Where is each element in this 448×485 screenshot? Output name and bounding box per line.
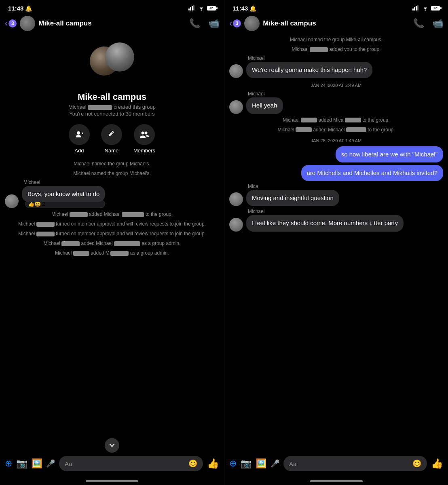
add-button[interactable]: Add bbox=[69, 124, 90, 154]
image-icon-left[interactable]: 🖼️ bbox=[31, 458, 42, 469]
members-button[interactable]: Members bbox=[133, 124, 155, 154]
msg-avatar-mica bbox=[229, 192, 243, 206]
members-text: You're not connected to 30 members bbox=[69, 111, 155, 117]
bubble-right-1: We're really gonna make this happen huh? bbox=[246, 62, 372, 78]
svg-point-5 bbox=[77, 131, 80, 135]
text-input-right[interactable]: Aa 😊 bbox=[283, 456, 427, 471]
timestamp-2: JAN 26, 2020 AT 1:49 AM bbox=[224, 135, 448, 145]
msg-avatar-michael-last bbox=[229, 218, 243, 232]
sys-right-1: Michael added Mica to the group. bbox=[224, 116, 448, 124]
plus-icon-left[interactable]: ⊕ bbox=[5, 458, 12, 469]
activity-2: Michael turned on member approval and wi… bbox=[0, 219, 224, 228]
signal-icon bbox=[188, 5, 196, 12]
thumb-icon-right[interactable]: 👍 bbox=[431, 458, 443, 469]
header-title-right: Mike-all campus bbox=[263, 19, 410, 27]
mic-icon-left[interactable]: 🎤 bbox=[46, 459, 55, 468]
image-icon-right[interactable]: 🖼️ bbox=[256, 458, 266, 469]
svg-rect-13 bbox=[416, 6, 417, 11]
message-row-right-1: Michael We're really gonna make this hap… bbox=[224, 55, 448, 79]
sender-name-1: Michael bbox=[22, 179, 105, 185]
bubble-mica: Moving and insightful question bbox=[246, 190, 339, 206]
activity-4: Michael added Michael as a group admin. bbox=[0, 239, 224, 248]
sys-top-1: Michael named the group Mike-all campus. bbox=[224, 35, 448, 44]
right-phone: 11:43 🔔 45 ‹ 3 Mike-all campus 📞 📹 bbox=[224, 0, 448, 485]
msg-avatar-right-1 bbox=[229, 64, 243, 78]
svg-point-15 bbox=[425, 10, 426, 11]
message-bubble-1: Boys, you know what to do bbox=[22, 186, 105, 202]
message-row-michael-last: Michael I feel like they should come. Mo… bbox=[224, 208, 448, 232]
back-button-left[interactable]: ‹ 3 bbox=[5, 18, 17, 29]
svg-rect-0 bbox=[188, 8, 190, 11]
sys-right-2: Michael added Michael to the group. bbox=[224, 125, 448, 134]
bell-slash-icon-right: 🔔 bbox=[249, 5, 256, 12]
camera-icon-left[interactable]: 📷 bbox=[16, 458, 27, 469]
plus-icon-right[interactable]: ⊕ bbox=[229, 458, 237, 469]
sent-bubble-1: so how liberal are we with "Michael" bbox=[336, 146, 443, 162]
group-avatar-2 bbox=[105, 42, 134, 72]
action-buttons: Add Name Members bbox=[69, 124, 155, 154]
message-row-right-2: Michael Hell yeah bbox=[224, 90, 448, 114]
timestamp-1: JAN 24, 2020 AT 2:49 AM bbox=[224, 80, 448, 89]
msg-content-right-1: Michael We're really gonna make this hap… bbox=[246, 55, 372, 78]
home-bar-right bbox=[310, 480, 363, 482]
sender-right-2: Michael bbox=[246, 91, 283, 97]
input-placeholder-left: Aa bbox=[65, 460, 72, 467]
battery-right: 45 bbox=[431, 6, 440, 11]
sys-top-2: Michael added you to the group. bbox=[224, 45, 448, 54]
message-row-1: Michael Boys, you know what to do 👍😆 2 bbox=[0, 179, 224, 209]
members-label: Members bbox=[133, 148, 155, 154]
back-badge-left: 3 bbox=[8, 19, 17, 27]
sent-row-2: are Mitchells and Michelles and Mikhails… bbox=[224, 164, 448, 182]
header-right: ‹ 3 Mike-all campus 📞 📹 bbox=[224, 13, 448, 34]
video-icon-left[interactable]: 📹 bbox=[208, 18, 219, 29]
header-icons-left: 📞 📹 bbox=[189, 18, 219, 29]
sent-row-1: so how liberal are we with "Michael" bbox=[224, 146, 448, 163]
emoji-icon-right[interactable]: 😊 bbox=[412, 459, 421, 468]
home-indicator-right bbox=[224, 477, 448, 485]
activity-3: Michael turned on member approval and wi… bbox=[0, 229, 224, 238]
activity-5: Michael added Mi as a group admin. bbox=[0, 249, 224, 257]
phone-icon-left[interactable]: 📞 bbox=[189, 18, 200, 29]
header-title-left: Mike-all campus bbox=[38, 19, 186, 27]
bubble-right-2: Hell yeah bbox=[246, 97, 283, 114]
phone-icon-right[interactable]: 📞 bbox=[413, 18, 424, 29]
msg-avatar-right-2 bbox=[229, 100, 243, 114]
battery-left: 45 bbox=[207, 6, 216, 11]
bottom-bar-left: ⊕ 📷 🖼️ 🎤 Aa 😊 👍 bbox=[0, 453, 224, 477]
name-button[interactable]: Name bbox=[101, 124, 122, 154]
home-indicator-left bbox=[0, 477, 224, 485]
camera-icon-right[interactable]: 📷 bbox=[241, 458, 251, 469]
content-left: Mike-all campus Michael created this gro… bbox=[0, 34, 224, 453]
back-arrow-icon: ‹ bbox=[5, 18, 8, 29]
system-msg-2: Michael named the group Michael's. bbox=[0, 169, 224, 178]
emoji-icon-left[interactable]: 😊 bbox=[188, 459, 197, 468]
system-msg-1: Michael named the group Michaels. bbox=[0, 159, 224, 168]
back-arrow-icon-right: ‹ bbox=[229, 18, 232, 29]
name-icon-circle bbox=[101, 124, 122, 145]
wifi-icon bbox=[198, 5, 205, 12]
thumb-icon-left[interactable]: 👍 bbox=[207, 458, 219, 469]
time-right: 11:43 bbox=[232, 5, 248, 12]
svg-rect-1 bbox=[190, 7, 191, 11]
text-input-left[interactable]: Aa 😊 bbox=[59, 456, 203, 471]
group-avatar-right bbox=[244, 16, 260, 31]
signal-icon-right bbox=[412, 5, 420, 12]
add-icon-circle bbox=[69, 124, 90, 145]
svg-point-4 bbox=[201, 10, 202, 11]
input-placeholder-right: Aa bbox=[289, 460, 296, 467]
back-button-right[interactable]: ‹ 3 bbox=[229, 18, 241, 29]
created-by-text: Michael created this group bbox=[68, 104, 156, 110]
video-icon-right[interactable]: 📹 bbox=[432, 18, 443, 29]
msg-content-1: Michael Boys, you know what to do 👍😆 2 bbox=[22, 179, 105, 208]
content-right: Michael named the group Mike-all campus.… bbox=[224, 34, 448, 453]
message-row-mica: Mica Moving and insightful question bbox=[224, 183, 448, 207]
group-avatar-left bbox=[20, 16, 35, 31]
sender-mica: Mica bbox=[246, 183, 339, 189]
mic-icon-right[interactable]: 🎤 bbox=[270, 459, 279, 468]
profile-section: Mike-all campus Michael created this gro… bbox=[0, 34, 224, 158]
wifi-icon-right bbox=[422, 5, 429, 12]
home-bar-left bbox=[86, 480, 138, 482]
msg-content-right-2: Michael Hell yeah bbox=[246, 91, 283, 114]
scroll-down-button[interactable] bbox=[105, 438, 119, 453]
time-left: 11:43 bbox=[8, 5, 23, 12]
